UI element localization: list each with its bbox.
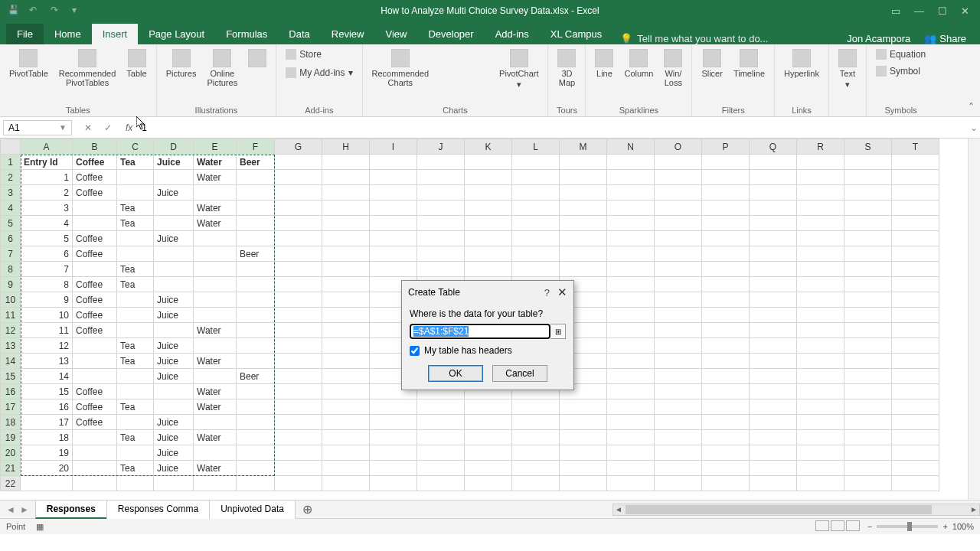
cell[interactable] xyxy=(237,185,275,201)
cell[interactable] xyxy=(194,338,237,354)
dialog-close-icon[interactable]: ✕ xyxy=(557,285,567,299)
cell[interactable]: Juice xyxy=(154,445,194,461)
chart-mini-icon[interactable] xyxy=(436,65,450,77)
cell[interactable] xyxy=(607,415,655,430)
cell[interactable] xyxy=(417,399,465,415)
zoom-out-icon[interactable]: − xyxy=(867,522,872,531)
cell[interactable] xyxy=(370,216,417,231)
cell[interactable] xyxy=(154,201,194,216)
cell[interactable] xyxy=(73,216,117,231)
cell[interactable] xyxy=(750,384,797,399)
cell[interactable] xyxy=(702,308,750,323)
cell[interactable] xyxy=(702,461,750,476)
cell[interactable]: Tea xyxy=(117,399,154,415)
cell[interactable] xyxy=(275,246,322,262)
cell[interactable] xyxy=(607,369,655,384)
equation-button[interactable]: Equation xyxy=(873,47,929,61)
column-header[interactable]: A xyxy=(21,139,73,155)
cell[interactable] xyxy=(655,461,702,476)
cell[interactable] xyxy=(73,461,117,476)
cell[interactable] xyxy=(560,445,607,461)
cell[interactable] xyxy=(797,246,844,262)
cell[interactable] xyxy=(702,369,750,384)
cell[interactable] xyxy=(417,201,465,216)
cell[interactable]: Tea xyxy=(117,461,154,476)
cell[interactable] xyxy=(607,338,655,354)
cell[interactable] xyxy=(797,476,844,491)
cell[interactable] xyxy=(512,170,560,185)
row-header[interactable]: 8 xyxy=(1,262,21,277)
cell[interactable]: Tea xyxy=(117,430,154,445)
cell[interactable] xyxy=(154,170,194,185)
cell[interactable] xyxy=(844,277,892,292)
cell[interactable] xyxy=(702,246,750,262)
cell[interactable] xyxy=(655,430,702,445)
cell[interactable] xyxy=(655,323,702,338)
cell[interactable] xyxy=(370,170,417,185)
column-header[interactable]: N xyxy=(607,139,655,155)
cell[interactable] xyxy=(844,369,892,384)
cell[interactable] xyxy=(655,476,702,491)
cell[interactable] xyxy=(322,445,370,461)
row-header[interactable]: 9 xyxy=(1,277,21,292)
row-header[interactable]: 2 xyxy=(1,170,21,185)
slicer-button[interactable]: Slicer xyxy=(698,47,726,80)
cell[interactable] xyxy=(275,354,322,369)
sheet-nav-next-icon[interactable]: ► xyxy=(18,504,31,515)
cell[interactable]: Juice xyxy=(154,185,194,201)
cell[interactable] xyxy=(417,170,465,185)
cell[interactable] xyxy=(194,231,237,246)
undo-icon[interactable]: ↶ xyxy=(29,5,41,17)
cell[interactable] xyxy=(154,476,194,491)
cell[interactable] xyxy=(797,354,844,369)
cell[interactable]: Coffee xyxy=(73,170,117,185)
cell[interactable]: Coffee xyxy=(73,399,117,415)
cell[interactable] xyxy=(655,445,702,461)
new-sheet-button[interactable]: ⊕ xyxy=(295,502,320,517)
cell[interactable] xyxy=(237,308,275,323)
cell[interactable] xyxy=(844,384,892,399)
cell[interactable] xyxy=(370,201,417,216)
cell[interactable] xyxy=(117,185,154,201)
chart-mini-icon[interactable] xyxy=(475,65,488,77)
cell[interactable] xyxy=(322,461,370,476)
cell[interactable]: Juice xyxy=(154,430,194,445)
cell[interactable] xyxy=(194,415,237,430)
cell[interactable] xyxy=(154,216,194,231)
cell[interactable] xyxy=(892,231,939,246)
column-header[interactable]: S xyxy=(844,139,892,155)
cell[interactable] xyxy=(892,476,939,491)
cell[interactable]: Beer xyxy=(237,155,275,170)
text-button[interactable]: Text▾ xyxy=(835,47,860,90)
cell[interactable] xyxy=(844,262,892,277)
cell[interactable] xyxy=(844,354,892,369)
row-header[interactable]: 15 xyxy=(1,369,21,384)
cell[interactable] xyxy=(275,277,322,292)
cell[interactable] xyxy=(607,399,655,415)
scrollbar-thumb[interactable] xyxy=(626,505,932,514)
cell[interactable] xyxy=(607,185,655,201)
cell[interactable]: 11 xyxy=(21,323,73,338)
cell[interactable] xyxy=(655,231,702,246)
cell[interactable] xyxy=(797,399,844,415)
cell[interactable] xyxy=(194,308,237,323)
cell[interactable] xyxy=(512,262,560,277)
cell[interactable] xyxy=(194,476,237,491)
cell[interactable] xyxy=(154,399,194,415)
cell[interactable] xyxy=(892,384,939,399)
cell[interactable] xyxy=(750,277,797,292)
tab-insert[interactable]: Insert xyxy=(92,24,139,44)
cell[interactable]: Juice xyxy=(154,308,194,323)
cell[interactable] xyxy=(607,231,655,246)
cell[interactable]: Juice xyxy=(154,338,194,354)
cell[interactable] xyxy=(465,246,512,262)
column-header[interactable]: E xyxy=(194,139,237,155)
cell[interactable] xyxy=(892,369,939,384)
cell[interactable] xyxy=(655,216,702,231)
cell[interactable]: Coffee xyxy=(73,308,117,323)
cell[interactable] xyxy=(560,430,607,445)
cell[interactable] xyxy=(892,277,939,292)
cell[interactable] xyxy=(892,399,939,415)
cell[interactable] xyxy=(237,216,275,231)
cell[interactable]: 5 xyxy=(21,231,73,246)
